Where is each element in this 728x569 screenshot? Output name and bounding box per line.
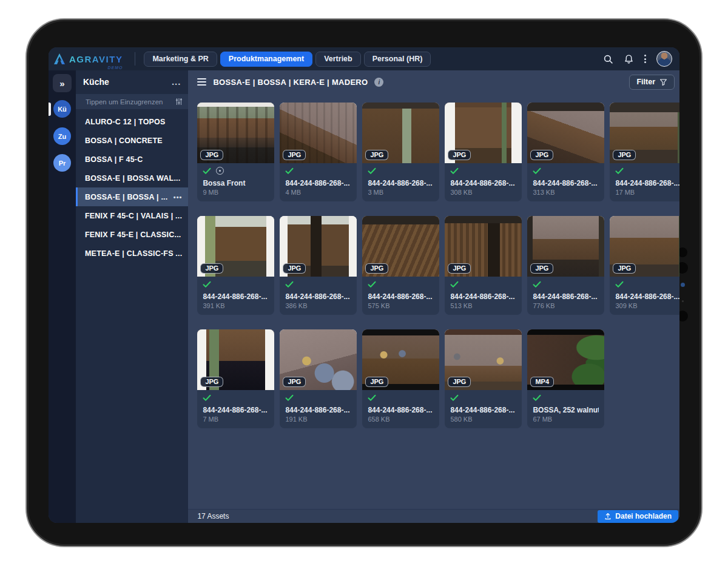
asset-size: 580 KB — [450, 416, 516, 423]
sidebar-item-bossa-e-bossa[interactable]: BOSSA-E | BOSSA | ...••• — [76, 187, 188, 206]
check-icon — [450, 394, 459, 402]
upload-button-label: Datei hochladen — [615, 512, 672, 520]
check-icon — [368, 394, 376, 402]
asset-status-row — [368, 166, 434, 175]
file-type-badge: JPG — [283, 263, 306, 274]
asset-card[interactable]: JPG 844-244-886-268-... 313 KB — [527, 103, 604, 201]
topbar-divider — [135, 52, 135, 66]
tab-produktmanagement[interactable]: Produktmanagement — [220, 52, 312, 67]
asset-thumbnail: JPG — [445, 216, 522, 277]
hamburger-icon[interactable] — [197, 78, 206, 86]
sliders-icon — [175, 98, 183, 106]
asset-thumbnail: JPG — [280, 216, 357, 277]
asset-status-row — [368, 393, 434, 402]
asset-card[interactable]: JPG 844-244-886-268-... 17 MB — [610, 103, 679, 201]
sidebar-expand-button[interactable]: » — [53, 74, 72, 92]
sidebar-item-aluro-c-12-topos[interactable]: ALURO-C 12 | TOPOS — [76, 112, 188, 131]
main-panel: BOSSA-E | BOSSA | KERA-E | MADERO i Filt… — [188, 70, 679, 523]
sidebar-item-metea-e-classic-fs[interactable]: METEA-E | CLASSIC-FS ... — [76, 244, 188, 263]
sidebar-title: Küche — [83, 77, 109, 87]
asset-card[interactable]: JPG 844-244-886-268-... 776 KB — [527, 216, 604, 315]
asset-card[interactable]: JPG 844-244-886-268-... 3 MB — [362, 103, 439, 201]
upload-icon — [604, 513, 612, 520]
asset-thumbnail: JPG — [445, 103, 522, 163]
asset-size: 7 MB — [203, 416, 269, 423]
user-avatar[interactable] — [656, 51, 672, 67]
asset-status-row — [615, 166, 679, 175]
search-icon[interactable] — [603, 54, 613, 64]
file-type-badge: JPG — [613, 263, 636, 274]
check-icon — [285, 394, 294, 402]
file-type-badge: JPG — [365, 150, 388, 160]
sidebar-item-bossa-f-45-c[interactable]: BOSSA | F 45-C — [76, 150, 188, 169]
asset-name: 844-244-886-268-... — [450, 406, 516, 414]
tab-marketing-pr[interactable]: Marketing & PR — [144, 52, 217, 67]
bell-icon[interactable] — [624, 54, 634, 64]
asset-card[interactable]: JPG 844-244-886-268-... 386 KB — [280, 216, 357, 315]
asset-status-row — [533, 280, 599, 289]
asset-card[interactable]: JPG 844-244-886-268-... 308 KB — [445, 103, 522, 201]
top-bar: AGRAVITY DEMO Marketing & PRProduktmanag… — [49, 47, 679, 70]
asset-name: 844-244-886-268-... — [615, 292, 679, 301]
asset-thumbnail: JPG — [197, 216, 274, 277]
sidebar-item-bossa-concrete[interactable]: BOSSA | CONCRETE — [76, 131, 188, 150]
sidebar-item-fenix-f-45-e-classic[interactable]: FENIX F 45-E | CLASSIC... — [76, 225, 188, 244]
sidebar-menu-icon[interactable]: ... — [172, 79, 181, 85]
asset-thumbnail: JPG — [610, 103, 679, 163]
asset-grid: JPG Bossa Front 9 MB JPG 844 — [197, 103, 675, 428]
status-circle-icon — [216, 167, 224, 175]
asset-card[interactable]: JPG Bossa Front 9 MB — [197, 103, 274, 201]
asset-card[interactable]: JPG 844-244-886-268-... 4 MB — [280, 103, 357, 201]
asset-card[interactable]: MP4 BOSSA, 252 walnut... 67 MB — [527, 329, 604, 428]
asset-status-row — [533, 393, 599, 402]
app-screen: AGRAVITY DEMO Marketing & PRProduktmanag… — [49, 47, 679, 523]
kebab-menu-icon[interactable] — [644, 55, 646, 63]
file-type-badge: JPG — [613, 150, 636, 160]
asset-name: 844-244-886-268-... — [203, 292, 269, 301]
asset-card[interactable]: JPG 844-244-886-268-... 7 MB — [197, 329, 274, 428]
asset-card[interactable]: JPG 844-244-886-268-... 580 KB — [445, 329, 522, 428]
asset-card[interactable]: JPG 844-244-886-268-... 658 KB — [362, 329, 439, 428]
tab-personal-hr[interactable]: Personal (HR) — [364, 52, 431, 67]
sidebar-item-label: BOSSA-E | BOSSA | ... — [85, 193, 167, 201]
asset-card[interactable]: JPG 844-244-886-268-... 513 KB — [445, 216, 522, 315]
sidebar-item-bossa-e-bossa-wal[interactable]: BOSSA-E | BOSSA WAL... — [76, 169, 188, 187]
asset-size: 9 MB — [203, 189, 269, 197]
sidebar-item-label: BOSSA | F 45-C — [85, 155, 143, 164]
camera-flash-dot — [681, 283, 685, 287]
sidebar-filter-input[interactable]: Tippen um Einzugrenzen — [76, 94, 188, 109]
sidebar-item-label: BOSSA | CONCRETE — [85, 136, 163, 145]
asset-card[interactable]: JPG 844-244-886-268-... 575 KB — [362, 216, 439, 315]
asset-status-row — [450, 393, 516, 402]
asset-card[interactable]: JPG 844-244-886-268-... 391 KB — [197, 216, 274, 315]
asset-card-info: 844-244-886-268-... 309 KB — [610, 277, 679, 315]
asset-status-row — [615, 280, 679, 289]
app-body: » KüZuPr Küche ... Tippen um Einzugrenze… — [49, 70, 679, 523]
asset-thumbnail: JPG — [527, 103, 604, 163]
file-type-badge: MP4 — [530, 377, 554, 387]
filter-button[interactable]: Filter — [629, 75, 675, 90]
asset-card-info: Bossa Front 9 MB — [197, 163, 274, 201]
asset-card-info: 844-244-886-268-... 7 MB — [197, 390, 274, 428]
info-icon[interactable]: i — [374, 78, 383, 87]
rail-badge-zu[interactable]: Zu — [53, 127, 71, 145]
left-rail: » KüZuPr — [49, 70, 76, 523]
asset-card-info: 844-244-886-268-... 386 KB — [280, 277, 357, 315]
file-type-badge: JPG — [200, 263, 223, 274]
asset-card[interactable]: JPG 844-244-886-268-... 191 KB — [280, 329, 357, 428]
rail-badge-k[interactable]: Kü — [53, 100, 71, 118]
asset-thumbnail: JPG — [197, 103, 274, 163]
sidebar-item-menu-icon[interactable]: ••• — [174, 194, 183, 201]
file-type-badge: JPG — [530, 150, 553, 160]
sidebar-item-label: FENIX F 45-E | CLASSIC... — [85, 231, 181, 239]
asset-name: 844-244-886-268-... — [285, 406, 351, 414]
sidebar-item-fenix-f-45-c-valais[interactable]: FENIX F 45-C | VALAIS | ... — [76, 206, 188, 225]
asset-size: 17 MB — [615, 189, 679, 197]
app-logo[interactable]: AGRAVITY DEMO — [52, 52, 126, 66]
funnel-icon — [659, 78, 667, 86]
upload-button[interactable]: Datei hochladen — [598, 510, 678, 523]
sidebar-item-label: BOSSA-E | BOSSA WAL... — [85, 174, 180, 183]
asset-card[interactable]: JPG 844-244-886-268-... 309 KB — [610, 216, 679, 315]
rail-badge-pr[interactable]: Pr — [53, 154, 71, 172]
tab-vertrieb[interactable]: Vertrieb — [315, 52, 361, 67]
